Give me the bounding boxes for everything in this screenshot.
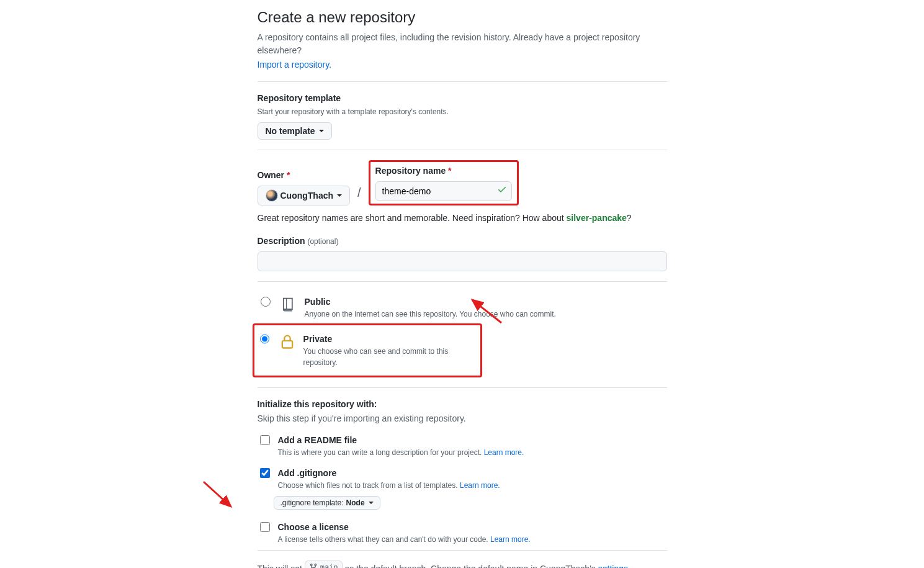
readme-checkbox[interactable] (260, 435, 270, 445)
branch-name: main (320, 562, 338, 568)
owner-dropdown[interactable]: CuongThach (258, 186, 351, 205)
public-title: Public (305, 295, 556, 309)
description-input[interactable] (258, 251, 667, 271)
divider (258, 281, 667, 282)
template-sub: Start your repository with a template re… (258, 106, 667, 117)
slash-separator: / (355, 183, 364, 205)
gitignore-desc: Choose which files not to track from a l… (278, 480, 500, 491)
annotation-highlight-private: Private You choose who can see and commi… (253, 323, 482, 377)
settings-link[interactable]: settings (598, 564, 628, 568)
license-row[interactable]: Choose a license A license tells others … (258, 521, 667, 545)
lock-icon (279, 333, 296, 354)
init-sub: Skip this step if you're importing an ex… (258, 412, 667, 425)
license-checkbox[interactable] (260, 522, 270, 532)
repo-name-label: Repository name * (375, 165, 512, 178)
visibility-public-row[interactable]: Public Anyone on the internet can see th… (258, 292, 667, 323)
template-dropdown[interactable]: No template (258, 122, 332, 140)
name-suggestion[interactable]: silver-pancake (567, 213, 627, 223)
readme-desc: This is where you can write a long descr… (278, 447, 524, 458)
init-heading: Initialize this repository with: (258, 398, 667, 411)
gitignore-row[interactable]: Add .gitignore Choose which files not to… (258, 467, 667, 491)
default-branch-note: This will set main as the default branch… (258, 561, 667, 568)
owner-label: Owner * (258, 169, 351, 182)
private-radio[interactable] (260, 334, 269, 344)
divider (258, 387, 667, 388)
check-icon (497, 184, 507, 198)
repo-name-input[interactable] (375, 181, 512, 201)
gitignore-title: Add .gitignore (278, 467, 500, 480)
visibility-private-row[interactable]: Private You choose who can see and commi… (257, 329, 474, 372)
gitignore-template-prefix: .gitignore template: (280, 498, 344, 507)
template-heading: Repository template (258, 92, 667, 105)
caret-down-icon (319, 130, 324, 132)
caret-down-icon (369, 502, 374, 504)
gitignore-template-dropdown[interactable]: .gitignore template: Node (274, 496, 380, 510)
name-hint: Great repository names are short and mem… (258, 212, 667, 225)
private-title: Private (303, 333, 474, 346)
description-label: Description (optional) (258, 235, 667, 248)
gitignore-learn-more[interactable]: Learn more. (460, 481, 500, 490)
readme-title: Add a README file (278, 434, 524, 447)
divider (258, 81, 667, 82)
gitignore-checkbox[interactable] (260, 468, 270, 478)
page-subtitle: A repository contains all project files,… (258, 31, 667, 57)
public-desc: Anyone on the internet can see this repo… (305, 309, 556, 320)
annotation-arrow-create (200, 478, 237, 512)
avatar (266, 189, 278, 202)
license-title: Choose a license (278, 521, 531, 534)
import-repo-link[interactable]: Import a repository. (258, 60, 332, 70)
gitignore-template-value: Node (346, 498, 365, 507)
readme-learn-more[interactable]: Learn more. (484, 448, 524, 457)
license-learn-more[interactable]: Learn more. (490, 535, 531, 544)
repo-icon (280, 295, 297, 317)
annotation-highlight-repo-name: Repository name * (369, 160, 519, 205)
private-desc: You choose who can see and commit to thi… (303, 346, 474, 368)
owner-username: CuongThach (280, 191, 334, 201)
divider (258, 150, 667, 150)
branch-badge: main (305, 561, 343, 568)
divider (258, 550, 667, 551)
public-radio[interactable] (261, 297, 271, 307)
svg-rect-0 (282, 341, 292, 348)
page-title: Create a new repository (258, 6, 667, 29)
caret-down-icon (337, 194, 342, 197)
license-desc: A license tells others what they can and… (278, 534, 531, 545)
git-branch-icon (309, 563, 318, 568)
svg-line-2 (204, 482, 231, 507)
template-dropdown-label: No template (266, 126, 315, 136)
readme-row[interactable]: Add a README file This is where you can … (258, 434, 667, 458)
